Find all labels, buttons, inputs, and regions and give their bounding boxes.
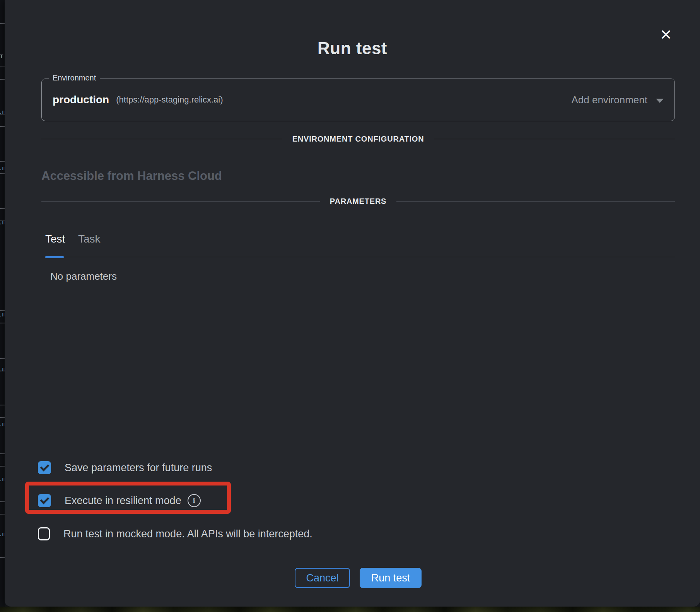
background-row-divider: [0, 405, 5, 405]
tab-task[interactable]: Task: [78, 233, 101, 245]
background-row-divider: [0, 67, 5, 67]
save-parameters-row: Save parameters for future runs: [38, 461, 212, 475]
mocked-mode-checkbox[interactable]: [38, 527, 50, 540]
resilient-mode-label: Execute in resilient mode: [65, 495, 181, 507]
resilient-mode-checkbox[interactable]: [38, 494, 51, 507]
background-text-fragment: .Il: [0, 166, 5, 171]
no-parameters-text: No parameters: [50, 270, 117, 282]
background-text-fragment: .Il: [0, 532, 5, 537]
parameters-header: PARAMETERS: [41, 197, 675, 206]
save-parameters-label: Save parameters for future runs: [65, 462, 212, 474]
background-row-divider: [0, 161, 5, 162]
background-text-fragment: .Il: [0, 367, 5, 373]
background-row-divider: [0, 79, 5, 80]
background-row-divider: [0, 453, 5, 454]
divider-line: [434, 139, 675, 140]
mocked-mode-label: Run test in mocked mode. All APIs will b…: [63, 528, 312, 540]
background-row-divider: [0, 23, 5, 24]
environment-name: production: [53, 94, 109, 106]
tab-test[interactable]: Test: [45, 233, 65, 245]
background-row-divider: [0, 208, 5, 209]
background-photo-strip: [0, 607, 700, 612]
background-page-edge: T.Il.Il.Il.Il.Il.Il.Il.Il: [0, 0, 5, 607]
environment-configuration-title: ENVIRONMENT CONFIGURATION: [292, 135, 424, 144]
background-text-fragment: .Il: [0, 220, 5, 226]
parameters-title: PARAMETERS: [330, 197, 387, 206]
divider-line: [396, 201, 675, 202]
parameters-tabbar: Test Task: [41, 230, 675, 257]
background-row-divider: [0, 126, 5, 127]
mocked-mode-row: Run test in mocked mode. All APIs will b…: [38, 527, 312, 541]
background-text-fragment: T: [0, 53, 5, 59]
divider-line: [41, 139, 282, 140]
divider-line: [41, 201, 320, 202]
save-parameters-checkbox[interactable]: [38, 461, 51, 474]
background-text-fragment: .Il: [0, 312, 5, 318]
background-row-divider: [0, 173, 5, 174]
background-text-fragment: .Il: [0, 109, 5, 115]
background-row-divider: [0, 514, 5, 515]
background-row-divider: [0, 501, 5, 502]
background-row-divider: [0, 358, 5, 359]
background-row-divider: [0, 466, 5, 467]
active-tab-indicator: [45, 256, 64, 258]
environment-url: (https://app-staging.relicx.ai): [116, 95, 223, 105]
environment-select[interactable]: Environment production (https://app-stag…: [41, 79, 675, 121]
environment-configuration-header: ENVIRONMENT CONFIGURATION: [41, 135, 675, 144]
resilient-mode-row: Execute in resilient mode i: [38, 494, 201, 508]
info-icon[interactable]: i: [188, 494, 201, 507]
background-row-divider: [0, 417, 5, 418]
run-test-dialog: ✕ Run test Environment production (https…: [5, 0, 700, 607]
cancel-button[interactable]: Cancel: [295, 568, 350, 588]
background-text-fragment: .Il: [0, 477, 5, 482]
dialog-title: Run test: [5, 39, 700, 58]
background-row-divider: [0, 310, 5, 311]
run-test-button[interactable]: Run test: [360, 568, 422, 588]
add-environment-button[interactable]: Add environment: [571, 94, 664, 106]
background-row-divider: [0, 557, 5, 558]
add-environment-label: Add environment: [571, 94, 647, 106]
accessible-from-harness-cloud-text: Accessible from Harness Cloud: [41, 169, 222, 183]
background-text-fragment: .Il: [0, 422, 5, 427]
background-row-divider: [0, 323, 5, 323]
chevron-down-icon: [656, 99, 664, 103]
